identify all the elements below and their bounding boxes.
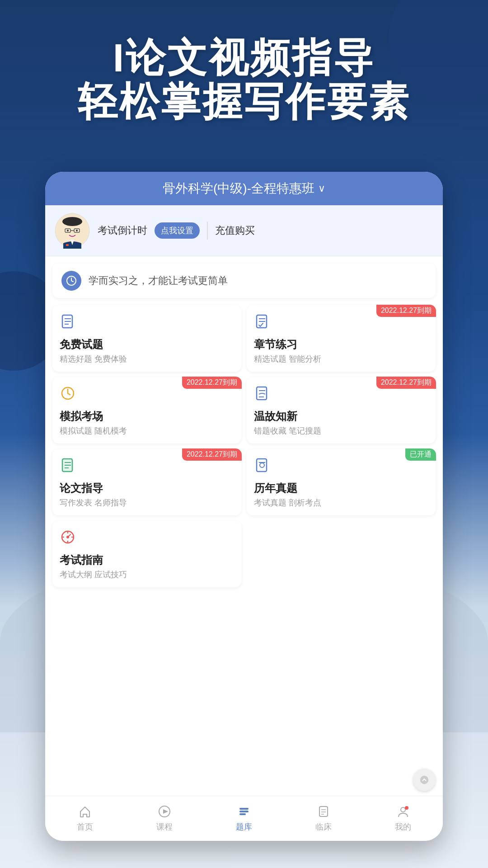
nav-item-course[interactable]: 课程 — [125, 805, 204, 832]
svg-rect-25 — [257, 459, 267, 472]
countdown-set-button[interactable]: 点我设置 — [155, 222, 200, 239]
hero-title-line1: I论文视频指导 — [0, 36, 488, 80]
svg-line-34 — [68, 534, 70, 537]
recharge-button[interactable]: 充值购买 — [215, 224, 255, 237]
menu-card-free-questions[interactable]: 免费试题 精选好题 免费体验 — [52, 305, 241, 372]
countdown-label: 考试倒计时 — [98, 224, 147, 237]
menu-card-exam-guide[interactable]: 考试指南 考试大纲 应试技巧 — [52, 521, 241, 587]
menu-card-chapter-practice[interactable]: 2022.12.27到期 章节练习 精选试题 智能分析 — [247, 305, 436, 372]
avatar — [54, 212, 90, 249]
card-title-mock-exam: 模拟考场 — [60, 409, 234, 424]
svg-point-26 — [260, 463, 264, 467]
svg-point-7 — [76, 230, 78, 231]
card-title-chapter-practice: 章节练习 — [254, 337, 428, 352]
course-title: 骨外科学(中级)-全程特惠班 — [163, 180, 314, 197]
svg-rect-41 — [319, 807, 328, 816]
svg-point-2 — [62, 217, 82, 226]
motto-text: 学而实习之，才能让考试更简单 — [89, 274, 228, 288]
motto-row: 学而实习之，才能让考试更简单 — [52, 264, 436, 298]
nav-label-mine: 我的 — [395, 821, 411, 832]
card-desc-chapter-practice: 精选试题 智能分析 — [254, 354, 428, 364]
nav-icon-clinical — [317, 805, 330, 820]
svg-point-46 — [405, 806, 408, 810]
device-frame: 骨外科学(中级)-全程特惠班 ∨ — [45, 172, 443, 841]
menu-card-past-exams[interactable]: 已开通 历年真题 考试真题 剖析考点 — [247, 449, 436, 515]
card-desc-mock-exam: 模拟试题 随机模考 — [60, 425, 234, 436]
clock-icon — [66, 275, 77, 286]
nav-icon-questions — [238, 805, 250, 820]
card-icon-free-questions — [60, 313, 234, 334]
menu-grid: 免费试题 精选好题 免费体验 2022.12.27到期 章节练习 精选试题 智能… — [45, 302, 443, 591]
card-badge: 2022.12.27到期 — [182, 377, 242, 389]
nav-icon-home — [79, 805, 91, 820]
nav-item-mine[interactable]: 我的 — [363, 805, 443, 832]
scroll-to-top-button[interactable] — [413, 769, 436, 791]
dropdown-arrow-icon: ∨ — [318, 183, 325, 194]
nav-item-clinical[interactable]: 临床 — [284, 805, 363, 832]
card-title-review-new: 温故知新 — [254, 409, 428, 424]
svg-rect-8 — [66, 244, 69, 246]
app-header[interactable]: 骨外科学(中级)-全程特惠班 ∨ — [45, 172, 443, 205]
profile-row: 考试倒计时 点我设置 充值购买 — [45, 205, 443, 256]
card-badge: 2022.12.27到期 — [182, 448, 242, 461]
card-desc-exam-guide: 考试大纲 应试技巧 — [60, 569, 234, 580]
card-desc-thesis-guide: 写作发表 名师指导 — [60, 497, 234, 508]
bottom-navigation: 首页 课程 题库 临床 我的 — [45, 796, 443, 841]
card-title-past-exams: 历年真题 — [254, 481, 428, 495]
card-badge: 已开通 — [405, 448, 436, 461]
menu-card-review-new[interactable]: 2022.12.27到期 温故知新 错题收藏 笔记搜题 — [247, 377, 436, 443]
card-desc-past-exams: 考试真题 剖析考点 — [254, 497, 428, 508]
countdown-section: 考试倒计时 点我设置 充值购买 — [98, 222, 434, 240]
svg-rect-39 — [239, 811, 249, 812]
svg-rect-38 — [239, 808, 249, 810]
card-title-free-questions: 免费试题 — [60, 337, 234, 352]
scroll-icon — [419, 775, 429, 785]
svg-point-45 — [401, 807, 405, 812]
divider — [207, 222, 208, 240]
svg-point-6 — [67, 230, 69, 231]
card-desc-review-new: 错题收藏 笔记搜题 — [254, 425, 428, 436]
nav-label-course: 课程 — [156, 821, 173, 832]
card-badge: 2022.12.27到期 — [376, 305, 436, 317]
card-title-thesis-guide: 论文指导 — [60, 481, 234, 495]
nav-label-clinical: 临床 — [315, 821, 332, 832]
nav-item-home[interactable]: 首页 — [45, 805, 125, 832]
menu-card-thesis-guide[interactable]: 2022.12.27到期 论文指导 写作发表 名师指导 — [52, 449, 241, 515]
avatar-illustration — [54, 212, 90, 249]
hero-title-line2: 轻松掌握写作要素 — [0, 80, 488, 124]
nav-label-home: 首页 — [77, 821, 93, 832]
svg-marker-37 — [163, 809, 168, 814]
nav-icon-course — [158, 805, 171, 820]
motto-icon — [61, 271, 81, 291]
card-badge: 2022.12.27到期 — [376, 377, 436, 389]
svg-rect-40 — [239, 813, 246, 815]
card-title-exam-guide: 考试指南 — [60, 553, 234, 567]
card-desc-free-questions: 精选好题 免费体验 — [60, 354, 234, 364]
nav-icon-mine — [397, 805, 409, 820]
hero-section: I论文视频指导 轻松掌握写作要素 — [0, 36, 488, 124]
card-icon-exam-guide — [60, 529, 234, 549]
menu-card-mock-exam[interactable]: 2022.12.27到期 模拟考场 模拟试题 随机模考 — [52, 377, 241, 443]
nav-label-questions: 题库 — [236, 821, 252, 832]
card-icon-past-exams — [254, 457, 428, 477]
svg-point-35 — [420, 776, 428, 784]
nav-item-questions[interactable]: 题库 — [204, 805, 284, 832]
